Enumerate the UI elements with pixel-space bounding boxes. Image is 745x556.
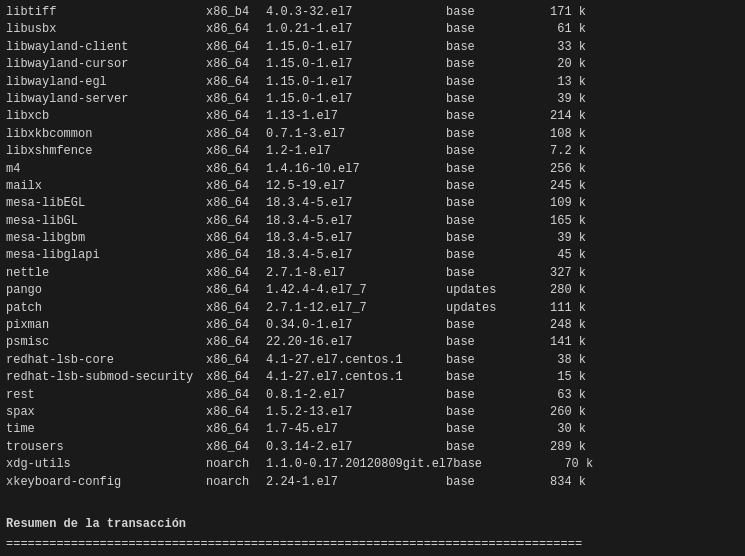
pkg-name-cell: libwayland-client bbox=[6, 39, 206, 56]
pkg-version-cell: 2.7.1-8.el7 bbox=[266, 265, 446, 282]
pkg-size-cell: 214 k bbox=[526, 108, 586, 125]
pkg-size-cell: 327 k bbox=[526, 265, 586, 282]
pkg-name-cell: libwayland-server bbox=[6, 91, 206, 108]
pkg-version-cell: 1.13-1.el7 bbox=[266, 108, 446, 125]
pkg-arch-cell: x86_64 bbox=[206, 421, 266, 438]
pkg-arch-cell: x86_64 bbox=[206, 195, 266, 212]
separator: ========================================… bbox=[6, 536, 739, 553]
pkg-name-cell: patch bbox=[6, 300, 206, 317]
pkg-size-cell: 33 k bbox=[526, 39, 586, 56]
table-row: mesa-libGL x86_64 18.3.4-5.el7 base 165 … bbox=[6, 213, 739, 230]
pkg-arch-cell: x86_64 bbox=[206, 317, 266, 334]
pkg-arch-cell: x86_64 bbox=[206, 91, 266, 108]
pkg-arch-cell: x86_64 bbox=[206, 126, 266, 143]
pkg-name-cell: nettle bbox=[6, 265, 206, 282]
table-row: libxshmfence x86_64 1.2-1.el7 base 7.2 k bbox=[6, 143, 739, 160]
pkg-version-cell: 1.15.0-1.el7 bbox=[266, 56, 446, 73]
terminal-window: libtiff x86_b4 4.0.3-32.el7 base 171 kli… bbox=[0, 0, 745, 556]
pkg-size-cell: 171 k bbox=[526, 4, 586, 21]
pkg-version-cell: 18.3.4-5.el7 bbox=[266, 230, 446, 247]
pkg-name-cell: spax bbox=[6, 404, 206, 421]
pkg-repo-cell: base bbox=[446, 108, 526, 125]
package-list: libtiff x86_b4 4.0.3-32.el7 base 171 kli… bbox=[6, 4, 739, 491]
table-row: libtiff x86_b4 4.0.3-32.el7 base 171 k bbox=[6, 4, 739, 21]
pkg-arch-cell: x86_64 bbox=[206, 143, 266, 160]
pkg-name-cell: libxshmfence bbox=[6, 143, 206, 160]
pkg-size-cell: 256 k bbox=[526, 161, 586, 178]
pkg-repo-cell: base bbox=[446, 334, 526, 351]
table-row: xdg-utils noarch 1.1.0-0.17.20120809git.… bbox=[6, 456, 739, 473]
pkg-repo-cell: base bbox=[446, 161, 526, 178]
pkg-arch-cell: x86_64 bbox=[206, 387, 266, 404]
table-row: xkeyboard-config noarch 2.24-1.el7 base … bbox=[6, 474, 739, 491]
summary-title: Resumen de la transacción bbox=[6, 516, 739, 533]
pkg-repo-cell: base bbox=[446, 317, 526, 334]
table-row: libwayland-cursor x86_64 1.15.0-1.el7 ba… bbox=[6, 56, 739, 73]
pkg-arch-cell: x86_64 bbox=[206, 352, 266, 369]
pkg-name-cell: trousers bbox=[6, 439, 206, 456]
pkg-repo-cell: updates bbox=[446, 282, 526, 299]
pkg-repo-cell: base bbox=[446, 369, 526, 386]
pkg-name-cell: time bbox=[6, 421, 206, 438]
pkg-version-cell: 1.1.0-0.17.20120809git.el7 bbox=[266, 456, 453, 473]
table-row: m4 x86_64 1.4.16-10.el7 base 256 k bbox=[6, 161, 739, 178]
pkg-name-cell: libwayland-cursor bbox=[6, 56, 206, 73]
table-row: mesa-libgbm x86_64 18.3.4-5.el7 base 39 … bbox=[6, 230, 739, 247]
pkg-version-cell: 18.3.4-5.el7 bbox=[266, 213, 446, 230]
pkg-arch-cell: noarch bbox=[206, 456, 266, 473]
pkg-arch-cell: x86_64 bbox=[206, 56, 266, 73]
pkg-arch-cell: x86_b4 bbox=[206, 4, 266, 21]
pkg-version-cell: 18.3.4-5.el7 bbox=[266, 247, 446, 264]
table-row: time x86_64 1.7-45.el7 base 30 k bbox=[6, 421, 739, 438]
table-row: redhat-lsb-submod-security x86_64 4.1-27… bbox=[6, 369, 739, 386]
pkg-repo-cell: base bbox=[446, 178, 526, 195]
pkg-arch-cell: x86_64 bbox=[206, 108, 266, 125]
pkg-arch-cell: x86_64 bbox=[206, 282, 266, 299]
pkg-version-cell: 18.3.4-5.el7 bbox=[266, 195, 446, 212]
pkg-version-cell: 4.0.3-32.el7 bbox=[266, 4, 446, 21]
pkg-arch-cell: x86_64 bbox=[206, 247, 266, 264]
pkg-arch-cell: x86_64 bbox=[206, 21, 266, 38]
pkg-arch-cell: x86_64 bbox=[206, 230, 266, 247]
pkg-repo-cell: base bbox=[446, 213, 526, 230]
pkg-arch-cell: x86_64 bbox=[206, 300, 266, 317]
pkg-name-cell: psmisc bbox=[6, 334, 206, 351]
pkg-version-cell: 1.7-45.el7 bbox=[266, 421, 446, 438]
pkg-version-cell: 1.15.0-1.el7 bbox=[266, 74, 446, 91]
pkg-name-cell: redhat-lsb-core bbox=[6, 352, 206, 369]
pkg-size-cell: 39 k bbox=[526, 230, 586, 247]
pkg-version-cell: 12.5-19.el7 bbox=[266, 178, 446, 195]
pkg-repo-cell: base bbox=[446, 265, 526, 282]
pkg-arch-cell: x86_64 bbox=[206, 178, 266, 195]
pkg-version-cell: 0.3.14-2.el7 bbox=[266, 439, 446, 456]
pkg-size-cell: 165 k bbox=[526, 213, 586, 230]
pkg-version-cell: 1.5.2-13.el7 bbox=[266, 404, 446, 421]
pkg-name-cell: mesa-libgbm bbox=[6, 230, 206, 247]
pkg-name-cell: libxcb bbox=[6, 108, 206, 125]
pkg-name-cell: libtiff bbox=[6, 4, 206, 21]
pkg-name-cell: mesa-libGL bbox=[6, 213, 206, 230]
pkg-name-cell: xdg-utils bbox=[6, 456, 206, 473]
pkg-size-cell: 45 k bbox=[526, 247, 586, 264]
pkg-version-cell: 4.1-27.el7.centos.1 bbox=[266, 369, 446, 386]
pkg-repo-cell: base bbox=[446, 474, 526, 491]
table-row: libxcb x86_64 1.13-1.el7 base 214 k bbox=[6, 108, 739, 125]
table-row: spax x86_64 1.5.2-13.el7 base 260 k bbox=[6, 404, 739, 421]
table-row: rest x86_64 0.8.1-2.el7 base 63 k bbox=[6, 387, 739, 404]
pkg-version-cell: 2.24-1.el7 bbox=[266, 474, 446, 491]
pkg-repo-cell: base bbox=[453, 456, 533, 473]
blank-line bbox=[6, 495, 739, 512]
pkg-repo-cell: base bbox=[446, 56, 526, 73]
pkg-name-cell: libusbx bbox=[6, 21, 206, 38]
pkg-repo-cell: base bbox=[446, 387, 526, 404]
pkg-name-cell: rest bbox=[6, 387, 206, 404]
pkg-size-cell: 63 k bbox=[526, 387, 586, 404]
table-row: redhat-lsb-core x86_64 4.1-27.el7.centos… bbox=[6, 352, 739, 369]
pkg-size-cell: 7.2 k bbox=[526, 143, 586, 160]
table-row: libwayland-server x86_64 1.15.0-1.el7 ba… bbox=[6, 91, 739, 108]
pkg-arch-cell: x86_64 bbox=[206, 39, 266, 56]
pkg-repo-cell: base bbox=[446, 352, 526, 369]
table-row: mesa-libEGL x86_64 18.3.4-5.el7 base 109… bbox=[6, 195, 739, 212]
pkg-repo-cell: base bbox=[446, 439, 526, 456]
pkg-size-cell: 15 k bbox=[526, 369, 586, 386]
